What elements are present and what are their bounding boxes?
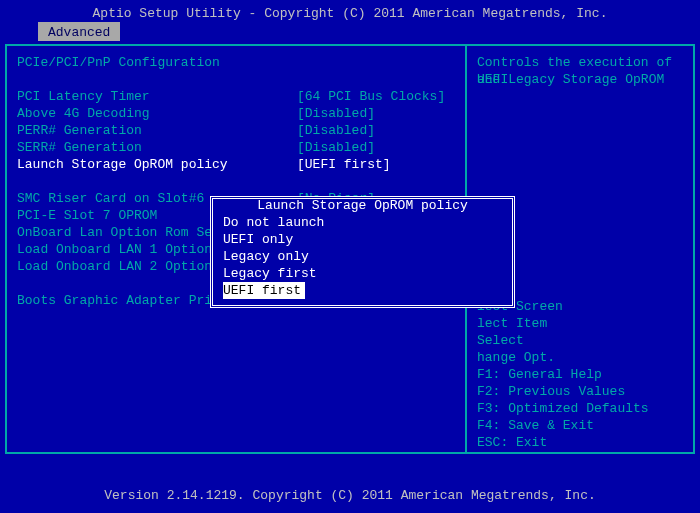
popup-item[interactable]: Do not launch: [213, 214, 512, 231]
setting-row[interactable]: Launch Storage OpROM policy[UEFI first]: [17, 156, 455, 173]
help-key: F3: Optimized Defaults: [477, 400, 683, 417]
help-text: Controls the execution of UEFI: [477, 54, 683, 71]
help-key: F1: General Help: [477, 366, 683, 383]
setting-value: [UEFI first]: [297, 156, 455, 173]
setting-row[interactable]: PERR# Generation[Disabled]: [17, 122, 455, 139]
title-bar: Aptio Setup Utility - Copyright (C) 2011…: [0, 0, 700, 22]
tab-advanced[interactable]: Advanced: [38, 22, 120, 41]
help-key: F2: Previous Values: [477, 383, 683, 400]
setting-label: PCI Latency Timer: [17, 88, 297, 105]
popup-item[interactable]: Legacy only: [213, 248, 512, 265]
help-key: lect Item: [477, 315, 683, 332]
setting-row[interactable]: SERR# Generation[Disabled]: [17, 139, 455, 156]
help-key: ESC: Exit: [477, 434, 683, 451]
popup-title: Launch Storage OpROM policy: [213, 198, 512, 214]
help-text: and Legacy Storage OpROM: [477, 71, 683, 88]
setting-label: SERR# Generation: [17, 139, 297, 156]
help-key: hange Opt.: [477, 349, 683, 366]
popup-item[interactable]: UEFI only: [213, 231, 512, 248]
setting-value: [Disabled]: [297, 105, 455, 122]
setting-row[interactable]: Above 4G Decoding[Disabled]: [17, 105, 455, 122]
setting-label: Launch Storage OpROM policy: [17, 156, 297, 173]
tab-row: Advanced: [0, 22, 700, 44]
setting-row[interactable]: PCI Latency Timer[64 PCI Bus Clocks]: [17, 88, 455, 105]
popup-item[interactable]: Legacy first: [213, 265, 512, 282]
popup-item-selected[interactable]: UEFI first: [223, 282, 305, 299]
section-header: PCIe/PCI/PnP Configuration: [17, 54, 455, 71]
setting-value: [Disabled]: [297, 122, 455, 139]
popup-dialog: Launch Storage OpROM policy Do not launc…: [210, 196, 515, 308]
help-key: F4: Save & Exit: [477, 417, 683, 434]
setting-value: [Disabled]: [297, 139, 455, 156]
setting-value: [64 PCI Bus Clocks]: [297, 88, 455, 105]
setting-label: Above 4G Decoding: [17, 105, 297, 122]
footer: Version 2.14.1219. Copyright (C) 2011 Am…: [0, 482, 700, 513]
setting-label: PERR# Generation: [17, 122, 297, 139]
help-key: Select: [477, 332, 683, 349]
